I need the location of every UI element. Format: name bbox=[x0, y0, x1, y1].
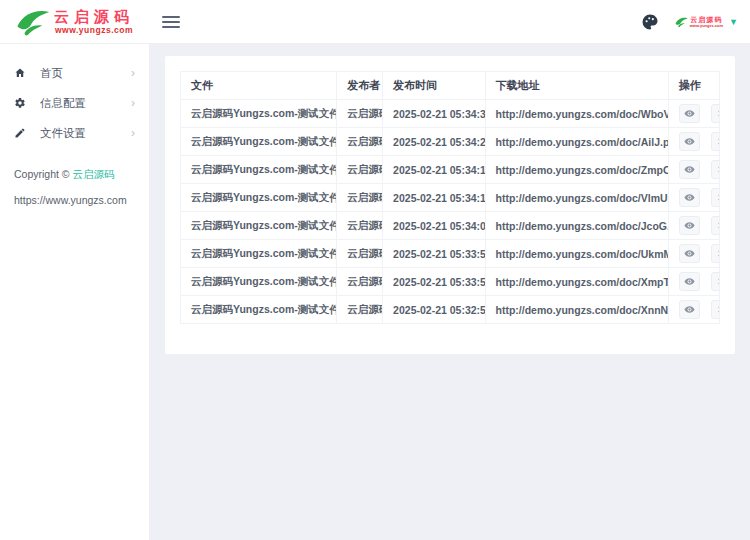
publisher-cell: 云启源码 bbox=[337, 100, 383, 128]
actions-cell: ✕ bbox=[668, 156, 719, 184]
delete-button[interactable]: ✕ bbox=[711, 216, 720, 235]
pencil-icon bbox=[14, 127, 27, 140]
close-icon: ✕ bbox=[717, 277, 720, 287]
eye-icon bbox=[684, 304, 695, 315]
publish-time-cell: 2025-02-21 05:33:57 bbox=[383, 240, 485, 268]
brand-title: 云启源码 bbox=[54, 9, 134, 24]
actions-cell: ✕ bbox=[668, 296, 719, 324]
copyright: Copyright © 云启源码 bbox=[14, 168, 135, 182]
delete-button[interactable]: ✕ bbox=[711, 160, 720, 179]
home-icon bbox=[14, 67, 27, 80]
actions-cell: ✕ bbox=[668, 100, 719, 128]
sidebar-toggle-icon[interactable] bbox=[162, 16, 180, 28]
user-menu[interactable]: 云启源码 www.yungzs.com ▼ bbox=[675, 14, 738, 30]
download-url-cell: http://demo.yungzs.com/doc/VlmU.php bbox=[485, 184, 668, 212]
col-header-download-url: 下载地址 bbox=[485, 72, 668, 100]
sidebar-item-info-config[interactable]: 信息配置 › bbox=[0, 88, 149, 118]
view-button[interactable] bbox=[679, 300, 700, 319]
delete-button[interactable]: ✕ bbox=[711, 132, 720, 151]
delete-button[interactable]: ✕ bbox=[711, 300, 720, 319]
actions-cell: ✕ bbox=[668, 184, 719, 212]
copyright-text: Copyright © bbox=[14, 168, 73, 180]
view-button[interactable] bbox=[679, 132, 700, 151]
publisher-cell: 云启源码 bbox=[337, 240, 383, 268]
publish-time-cell: 2025-02-21 05:34:04 bbox=[383, 212, 485, 240]
publish-time-cell: 2025-02-21 05:34:16 bbox=[383, 156, 485, 184]
publisher-cell: 云启源码 bbox=[337, 184, 383, 212]
eye-icon bbox=[684, 136, 695, 147]
sidebar-item-home[interactable]: 首页 › bbox=[0, 58, 149, 88]
brand-subtitle: www.yungzs.com bbox=[55, 26, 133, 35]
publish-time-cell: 2025-02-21 05:34:10 bbox=[383, 184, 485, 212]
download-url-cell: http://demo.yungzs.com/doc/WboV.php bbox=[485, 100, 668, 128]
table-row: 云启源码Yungzs.com-测试文件6.rar 云启源码 2025-02-21… bbox=[181, 156, 720, 184]
copyright-brand-link[interactable]: 云启源码 bbox=[73, 168, 115, 180]
download-url-cell: http://demo.yungzs.com/doc/XmpT.php bbox=[485, 268, 668, 296]
view-button[interactable] bbox=[679, 160, 700, 179]
view-button[interactable] bbox=[679, 104, 700, 123]
close-icon: ✕ bbox=[717, 249, 720, 259]
table-row: 云启源码Yungzs.com-测试文件4.rar 云启源码 2025-02-21… bbox=[181, 212, 720, 240]
close-icon: ✕ bbox=[717, 221, 720, 231]
sidebar-item-file-settings[interactable]: 文件设置 › bbox=[0, 118, 149, 148]
file-table-card: 文件 发布者 发布时间 下载地址 操作 云启源码Yungzs.com-测试文件8… bbox=[165, 56, 735, 354]
publish-time-cell: 2025-02-21 05:34:23 bbox=[383, 128, 485, 156]
download-url-cell: http://demo.yungzs.com/doc/UkmM.php bbox=[485, 240, 668, 268]
brand-logo[interactable]: 云启源码 www.yungzs.com bbox=[0, 0, 150, 44]
site-url: https://www.yungzs.com bbox=[14, 194, 135, 206]
view-button[interactable] bbox=[679, 188, 700, 207]
col-header-publish-time: 发布时间 bbox=[383, 72, 485, 100]
close-icon: ✕ bbox=[717, 109, 720, 119]
table-row: 云启源码Yungzs.com-测试文件2.rar 云启源码 2025-02-21… bbox=[181, 268, 720, 296]
publisher-cell: 云启源码 bbox=[337, 212, 383, 240]
actions-cell: ✕ bbox=[668, 268, 719, 296]
table-row: 云启源码Yungzs.com-测试文件5.rar 云启源码 2025-02-21… bbox=[181, 184, 720, 212]
user-site: www.yungzs.com bbox=[690, 24, 723, 28]
gear-icon bbox=[14, 97, 27, 110]
chevron-right-icon: › bbox=[131, 67, 135, 79]
chevron-right-icon: › bbox=[131, 97, 135, 109]
delete-button[interactable]: ✕ bbox=[711, 244, 720, 263]
col-header-file: 文件 bbox=[181, 72, 337, 100]
col-header-publisher: 发布者 bbox=[337, 72, 383, 100]
publisher-cell: 云启源码 bbox=[337, 268, 383, 296]
delete-button[interactable]: ✕ bbox=[711, 272, 720, 291]
publish-time-cell: 2025-02-21 05:34:30 bbox=[383, 100, 485, 128]
view-button[interactable] bbox=[679, 216, 700, 235]
table-row: 云启源码Yungzs.com-测试文件8.rar 云启源码 2025-02-21… bbox=[181, 100, 720, 128]
chevron-down-icon: ▼ bbox=[729, 17, 738, 27]
close-icon: ✕ bbox=[717, 305, 720, 315]
table-row: 云启源码Yungzs.com-测试文件7.rar 云启源码 2025-02-21… bbox=[181, 128, 720, 156]
actions-cell: ✕ bbox=[668, 212, 719, 240]
download-url-cell: http://demo.yungzs.com/doc/JcoG.php bbox=[485, 212, 668, 240]
sidebar-item-label: 文件设置 bbox=[40, 126, 131, 141]
col-header-actions: 操作 bbox=[668, 72, 719, 100]
leaf-logo-icon bbox=[16, 7, 50, 37]
delete-button[interactable]: ✕ bbox=[711, 104, 720, 123]
file-name-cell: 云启源码Yungzs.com-测试文件3.rar bbox=[181, 240, 337, 268]
delete-button[interactable]: ✕ bbox=[711, 188, 720, 207]
sidebar: 首页 › 信息配置 › 文件设置 › Copyright © 云启源码 http… bbox=[0, 44, 150, 540]
theme-palette-icon[interactable] bbox=[641, 13, 659, 31]
eye-icon bbox=[684, 192, 695, 203]
file-name-cell: 云启源码Yungzs.com-测试文件7.rar bbox=[181, 128, 337, 156]
close-icon: ✕ bbox=[717, 193, 720, 203]
file-name-cell: 云启源码Yungzs.com-测试文件1.rar bbox=[181, 296, 337, 324]
user-name: 云启源码 bbox=[690, 16, 722, 23]
download-url-cell: http://demo.yungzs.com/doc/AilJ.php bbox=[485, 128, 668, 156]
eye-icon bbox=[684, 248, 695, 259]
file-name-cell: 云启源码Yungzs.com-测试文件2.rar bbox=[181, 268, 337, 296]
eye-icon bbox=[684, 276, 695, 287]
sidebar-footer: Copyright © 云启源码 https://www.yungzs.com bbox=[0, 148, 149, 206]
file-name-cell: 云启源码Yungzs.com-测试文件8.rar bbox=[181, 100, 337, 128]
file-table: 文件 发布者 发布时间 下载地址 操作 云启源码Yungzs.com-测试文件8… bbox=[180, 71, 720, 324]
sidebar-item-label: 信息配置 bbox=[40, 96, 131, 111]
publish-time-cell: 2025-02-21 05:33:50 bbox=[383, 268, 485, 296]
close-icon: ✕ bbox=[717, 165, 720, 175]
view-button[interactable] bbox=[679, 272, 700, 291]
leaf-logo-icon bbox=[675, 14, 688, 30]
eye-icon bbox=[684, 108, 695, 119]
view-button[interactable] bbox=[679, 244, 700, 263]
main-content: 文件 发布者 发布时间 下载地址 操作 云启源码Yungzs.com-测试文件8… bbox=[150, 44, 750, 540]
close-icon: ✕ bbox=[717, 137, 720, 147]
